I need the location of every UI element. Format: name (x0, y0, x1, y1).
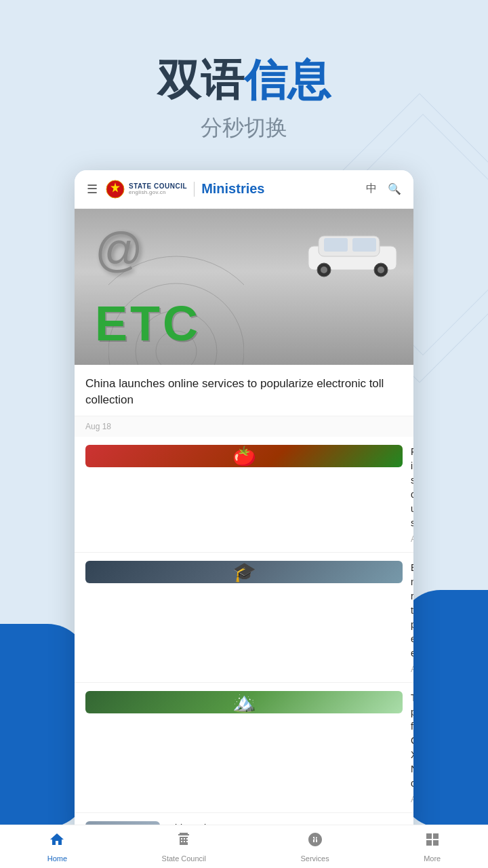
news-content-3: Tourism planning for China's Xiongan New… (411, 691, 413, 804)
more-icon (424, 831, 441, 852)
title-blue: 信息 (244, 56, 331, 104)
hero-image: @ ETC (75, 209, 413, 365)
news-thumb-1: 🍅 (85, 445, 403, 467)
nav-item-home[interactable]: Home (34, 827, 81, 867)
date-separator-1: Aug 18 (75, 416, 413, 437)
brand-emblem-icon (106, 180, 125, 199)
state-council-icon (176, 831, 192, 852)
hero-headline[interactable]: China launches online services to popula… (75, 365, 413, 417)
nav-label-services: Services (300, 854, 329, 863)
home-icon (49, 831, 65, 852)
nav-item-services[interactable]: Services (287, 827, 342, 867)
bottom-nav: Home State Council Services More (0, 825, 488, 868)
news-date-2: Aug 19 (411, 665, 413, 674)
news-content-1: Food safety inspections stepped up to co… (411, 445, 413, 544)
news-date-1: Aug 20 (411, 534, 413, 544)
news-date-3: Aug 19 (411, 795, 413, 804)
header-divider (194, 182, 195, 197)
search-icon[interactable]: 🔍 (388, 182, 401, 195)
news-title-2: Education ministry releases timetable fo… (411, 561, 413, 660)
hamburger-icon[interactable]: ☰ (87, 182, 98, 197)
brand-logo[interactable]: STATE COUNCIL english.gov.cn (106, 180, 187, 199)
news-thumb-3: 🏔️ (85, 691, 403, 713)
car-icon (298, 226, 407, 280)
svg-rect-9 (352, 238, 376, 252)
etc-scene: @ ETC (75, 209, 413, 365)
news-item-1[interactable]: 🍅 Food safety inspections stepped up to … (75, 437, 413, 553)
news-content-2: Education ministry releases timetable fo… (411, 561, 413, 674)
app-header: ☰ STATE COUNCIL english.gov.cn Ministrie… (75, 170, 413, 209)
svg-point-11 (321, 267, 327, 273)
nav-label-home: Home (47, 854, 67, 863)
header-area: 双语信息 分秒切换 (0, 0, 488, 170)
news-title-3: Tourism planning for China's Xiongan New… (411, 691, 413, 791)
brand-text: STATE COUNCIL english.gov.cn (129, 182, 187, 196)
nav-label-state-council: State Council (162, 854, 206, 863)
title-black: 双语 (157, 56, 244, 104)
etc-text: ETC (95, 296, 201, 351)
app-card: ☰ STATE COUNCIL english.gov.cn Ministrie… (75, 170, 413, 841)
header-icons: 中 🔍 (366, 182, 401, 196)
news-title-1: Food safety inspections stepped up to co… (411, 445, 413, 530)
news-item-2[interactable]: 🎓 Education ministry releases timetable … (75, 553, 413, 683)
at-symbol-icon: @ (95, 222, 143, 277)
nav-item-state-council[interactable]: State Council (148, 827, 220, 867)
title-subtitle: 分秒切换 (0, 113, 488, 143)
nav-item-more[interactable]: More (410, 827, 454, 867)
brand-url-label: english.gov.cn (129, 190, 187, 196)
news-item-3[interactable]: 🏔️ Tourism planning for China's Xiongan … (75, 683, 413, 813)
lang-switch-icon[interactable]: 中 (366, 182, 377, 196)
main-title: 双语信息 (0, 54, 488, 106)
nav-label-more: More (424, 854, 441, 863)
news-thumb-2: 🎓 (85, 561, 403, 583)
active-nav-label[interactable]: Ministries (201, 181, 264, 197)
svg-rect-8 (324, 238, 348, 252)
svg-point-13 (378, 267, 384, 273)
services-icon (307, 831, 323, 852)
